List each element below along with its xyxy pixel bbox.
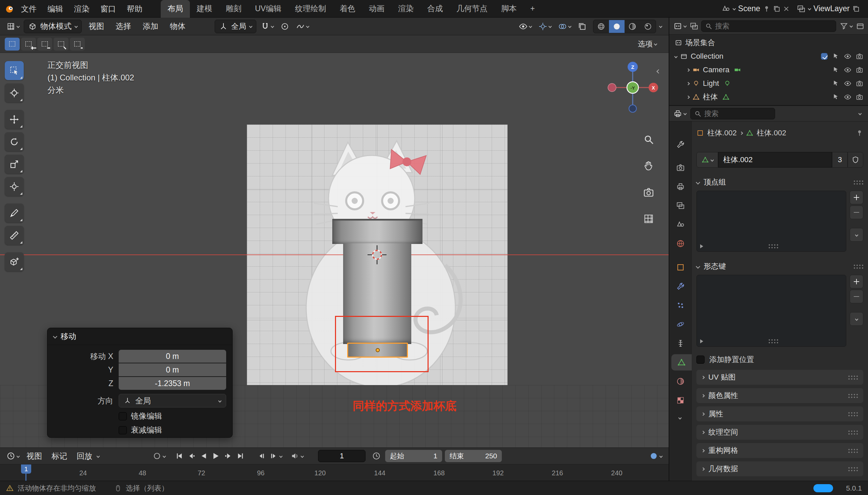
tool-scale[interactable] xyxy=(5,155,24,174)
datablock-name-field[interactable]: 柱体.002 xyxy=(718,152,832,168)
section-texture-space[interactable]: 纹理空间 xyxy=(696,425,863,440)
add-workspace-button[interactable]: + xyxy=(524,0,542,18)
timeline-menu-playback[interactable]: 回放 xyxy=(72,451,97,461)
select-mode-intersect-button[interactable] xyxy=(70,38,85,51)
panel-grip-icon[interactable] xyxy=(853,180,863,185)
panel-grip-icon[interactable] xyxy=(853,264,863,269)
view-layer-selector[interactable]: ViewLayer xyxy=(793,4,863,13)
tab-render[interactable] xyxy=(669,159,692,176)
tool-measure[interactable] xyxy=(5,226,24,245)
tool-rotate[interactable] xyxy=(5,132,24,151)
editor-type-button[interactable] xyxy=(4,20,22,33)
next-frame-button[interactable] xyxy=(267,450,280,462)
overlays-toggle[interactable] xyxy=(556,20,573,33)
shading-rendered-button[interactable] xyxy=(640,20,656,33)
viewport-menu-object[interactable]: 物体 xyxy=(165,21,190,32)
tab-uv-editing[interactable]: UV编辑 xyxy=(248,0,288,18)
tab-object-data[interactable] xyxy=(671,354,692,371)
cup-rim-mesh[interactable] xyxy=(332,219,423,244)
tab-rendering[interactable]: 渲染 xyxy=(391,0,421,18)
falloff-edit-checkbox[interactable] xyxy=(119,426,127,434)
zoom-icon[interactable] xyxy=(643,134,654,145)
frame-end-field[interactable]: 结束 250 xyxy=(445,450,502,462)
tab-modeling[interactable]: 建模 xyxy=(190,0,219,18)
next-keyframe-button[interactable] xyxy=(222,450,234,462)
audio-sync-dropdown[interactable] xyxy=(288,449,306,463)
section-remesh[interactable]: 重构网格 xyxy=(696,443,863,458)
expand-icon[interactable] xyxy=(674,55,678,58)
tool-move[interactable] xyxy=(5,110,24,129)
gizmos-toggle[interactable] xyxy=(536,20,554,33)
hide-eye-icon[interactable] xyxy=(844,93,851,101)
visibility-dropdown[interactable] xyxy=(516,20,534,33)
select-mode-subtract-button[interactable] xyxy=(37,38,52,51)
gizmo-neg-x-axis[interactable] xyxy=(608,83,616,91)
tab-compositing[interactable]: 合成 xyxy=(421,0,449,18)
list-expand-icon[interactable] xyxy=(700,244,703,248)
prev-frame-button[interactable] xyxy=(255,450,267,462)
vertex-groups-panel-header[interactable]: 顶点组 xyxy=(696,176,863,189)
move-y-field[interactable]: 0 m xyxy=(119,363,226,376)
section-color-attributes[interactable]: 颜色属性 xyxy=(696,388,863,403)
breadcrumb-object[interactable]: 柱体.002 xyxy=(707,128,737,138)
proportional-edit-toggle[interactable] xyxy=(278,20,291,33)
tab-animation[interactable]: 动画 xyxy=(362,0,391,18)
transform-orientation-dropdown[interactable]: 全局 xyxy=(215,20,256,33)
outliner-row-collection[interactable]: Collection xyxy=(669,50,868,63)
remove-shape-key-button[interactable] xyxy=(850,290,863,303)
selectable-icon[interactable] xyxy=(832,66,839,74)
expand-icon[interactable] xyxy=(687,82,690,85)
tool-options-dropdown[interactable]: 选项 xyxy=(635,37,659,51)
copy-scene-icon[interactable] xyxy=(773,5,781,13)
section-geometry-data[interactable]: 几何数据 xyxy=(696,461,863,476)
outliner-row-light[interactable]: Light xyxy=(669,77,868,90)
outliner-row-cylinder[interactable]: 柱体 xyxy=(669,90,868,104)
unlink-scene-icon[interactable] xyxy=(783,6,789,12)
play-button[interactable] xyxy=(210,450,222,462)
pin-icon[interactable] xyxy=(856,129,863,137)
gizmo-neg-z-axis[interactable] xyxy=(629,105,636,112)
pin-icon[interactable] xyxy=(763,5,770,13)
tab-object[interactable] xyxy=(669,259,692,275)
outliner-filter-button[interactable] xyxy=(839,19,853,33)
add-vertex-group-button[interactable] xyxy=(850,191,863,204)
snap-toggle[interactable] xyxy=(259,20,276,33)
timeline-menu-marker[interactable]: 标记 xyxy=(47,451,72,461)
new-collection-icon[interactable] xyxy=(856,22,865,31)
blender-logo-icon[interactable] xyxy=(5,4,15,14)
current-frame-field[interactable]: 1 xyxy=(318,450,366,462)
prev-keyframe-button[interactable] xyxy=(185,450,198,462)
tab-texture[interactable] xyxy=(669,392,692,409)
timeline-strip[interactable]: 24 48 72 96 120 144 168 192 216 240 1 xyxy=(0,464,669,481)
tab-scripting[interactable]: 脚本 xyxy=(494,0,524,18)
properties-editor-type-button[interactable] xyxy=(673,107,687,120)
expand-icon[interactable] xyxy=(687,95,690,99)
outliner-display-mode-icon[interactable] xyxy=(690,22,698,31)
outliner-editor-type-button[interactable] xyxy=(673,19,687,33)
timeline-editor-type-button[interactable] xyxy=(4,449,22,463)
properties-search-input[interactable] xyxy=(704,109,772,118)
tab-output[interactable] xyxy=(669,178,692,195)
add-shape-key-button[interactable] xyxy=(850,275,863,288)
selectable-icon[interactable] xyxy=(832,80,839,87)
selectable-icon[interactable] xyxy=(832,53,839,60)
tool-annotate[interactable] xyxy=(5,204,24,223)
list-grip-icon[interactable] xyxy=(768,244,778,249)
play-reverse-button[interactable] xyxy=(198,450,210,462)
frame-start-field[interactable]: 起始 1 xyxy=(385,450,442,462)
tab-scene[interactable] xyxy=(669,217,692,233)
tab-shading[interactable]: 着色 xyxy=(333,0,362,18)
tool-add-cube[interactable] xyxy=(5,252,24,271)
viewport-menu-select[interactable]: 选择 xyxy=(111,21,136,32)
navigation-gizmo[interactable]: Z X -Y xyxy=(606,61,659,114)
proportional-falloff-dropdown[interactable] xyxy=(294,20,311,33)
use-preview-range-icon[interactable] xyxy=(370,450,383,462)
disable-render-icon[interactable] xyxy=(856,53,863,60)
shape-key-specials-button[interactable] xyxy=(850,312,863,326)
tab-particles[interactable] xyxy=(669,297,692,313)
properties-options-chevron[interactable] xyxy=(858,112,862,115)
expand-icon[interactable] xyxy=(687,68,690,72)
collapse-panel-icon[interactable] xyxy=(53,334,57,339)
jump-to-end-button[interactable] xyxy=(234,450,247,462)
vertex-group-specials-button[interactable] xyxy=(850,228,863,242)
